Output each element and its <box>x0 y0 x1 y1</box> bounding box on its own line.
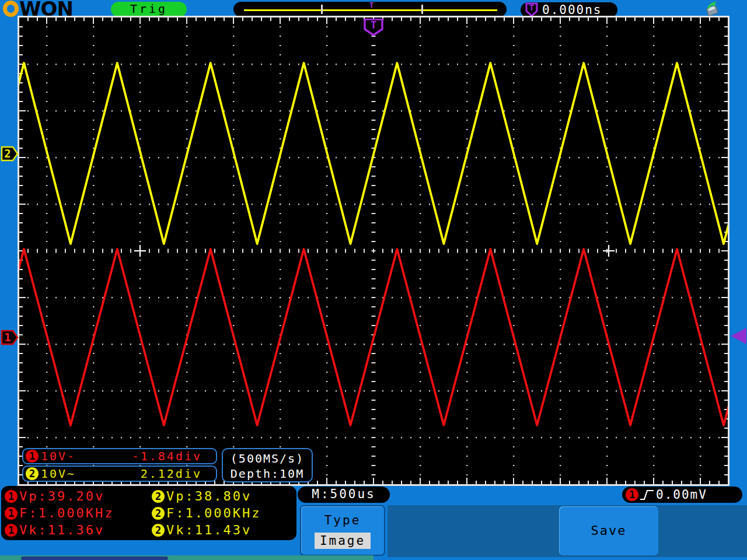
timebase-readout: M:500us <box>298 487 390 503</box>
rising-edge-icon <box>640 488 655 501</box>
logo-o-ring <box>3 1 19 17</box>
trigger-status-badge: Trig <box>111 2 187 17</box>
measurements-panel: 1 Vp:39.20v 2 Vp:38.80v 1 F:1.000KHz 2 F… <box>1 486 296 540</box>
trigger-level-readout: 1 0.00mV <box>622 487 742 503</box>
ch2-badge: 2 <box>152 524 165 537</box>
trigger-level-marker[interactable] <box>731 328 746 344</box>
channel1-scale-row: 1 10V- -1.84div <box>22 448 217 464</box>
ch1-vk-measurement: 1 Vk:11.36v <box>5 522 152 538</box>
ch1-vp-measurement: 1 Vp:39.20v <box>5 488 152 505</box>
ch2-freq-measurement: 2 F:1.000KHz <box>152 505 296 522</box>
record-depth: Depth:10M <box>223 466 312 481</box>
horizontal-position-bar[interactable]: T <box>233 2 507 17</box>
ch1-badge: 1 <box>5 524 18 537</box>
channel2-badge: 2 <box>26 467 39 480</box>
softkey-panel: Save <box>388 505 747 557</box>
trigger-mini-t-icon: T <box>369 1 374 9</box>
oscilloscope-screen: WON Trig T T 0.000ns T <box>0 0 747 560</box>
owon-logo: WON <box>3 0 73 18</box>
ch2-vp-measurement: 2 Vp:38.80v <box>152 488 296 505</box>
bottom-strip-bar <box>21 556 168 560</box>
ch2-badge: 2 <box>152 490 165 503</box>
trigger-source-badge: 1 <box>626 488 638 501</box>
type-button-label: Type <box>301 513 384 527</box>
svg-text:T: T <box>371 19 376 31</box>
window-left-tick <box>321 5 323 14</box>
window-right-tick <box>421 5 423 14</box>
trigger-position-marker[interactable]: T <box>363 19 384 36</box>
save-button[interactable]: Save <box>559 506 658 555</box>
graticule-and-waveforms <box>19 18 728 484</box>
channel-scale-overlay: 1 10V- -1.84div 2 10V~ 2.12div <box>22 448 217 483</box>
waveform-display: T 1 10V- -1.84div 2 10V~ 2.12div (500MS/… <box>18 16 729 486</box>
ch2-vk-measurement: 2 Vk:11.43v <box>152 522 296 538</box>
channel2-position-marker[interactable]: 2 <box>1 146 19 162</box>
type-button-value: Image <box>315 533 371 549</box>
trigger-time-value: 0.000ns <box>542 3 602 17</box>
channel1-badge: 1 <box>26 450 39 463</box>
svg-text:1: 1 <box>4 331 11 344</box>
acquisition-overlay: (500MS/s) Depth:10M <box>222 448 313 482</box>
logo-text: WON <box>19 1 73 17</box>
ch1-badge: 1 <box>5 490 18 503</box>
type-button[interactable]: Type Image <box>300 505 385 556</box>
channel1-offset: -1.84div <box>132 449 202 463</box>
channel2-offset: 2.12div <box>141 467 202 481</box>
channel1-position-marker[interactable]: 1 <box>1 330 19 345</box>
svg-text:2: 2 <box>4 147 11 160</box>
ch2-badge: 2 <box>152 507 165 520</box>
ch1-freq-measurement: 1 F:1.000KHz <box>5 505 152 522</box>
trigger-level-value: 0.00mV <box>656 488 707 502</box>
channel2-scale: 10V~ <box>41 467 76 481</box>
record-position-line <box>244 9 497 11</box>
sample-rate: (500MS/s) <box>223 451 312 466</box>
ch1-badge: 1 <box>5 507 18 520</box>
channel2-scale-row: 2 10V~ 2.12div <box>22 466 217 482</box>
channel1-scale: 10V- <box>41 449 76 463</box>
svg-text:T: T <box>529 3 534 12</box>
